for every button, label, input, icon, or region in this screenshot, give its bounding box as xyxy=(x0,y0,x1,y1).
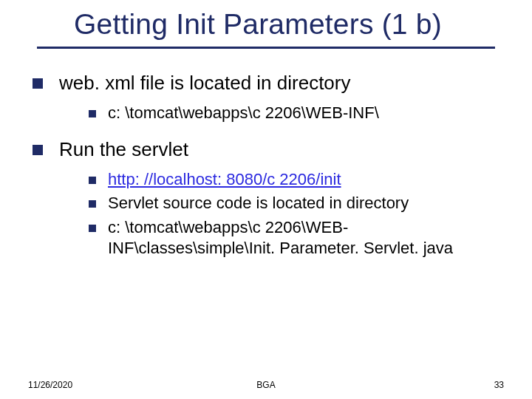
bullet-run-servlet-text: Run the servlet xyxy=(59,138,188,160)
content-block-2: Run the servlet http: //localhost: 8080/… xyxy=(33,137,507,266)
sub-servlet-url: http: //localhost: 8080/c 2206/init xyxy=(89,169,507,190)
footer-page-number: 33 xyxy=(494,380,504,390)
content-block-1: web. xml file is located in directory c:… xyxy=(33,71,507,131)
sub-webinf-path: c: \tomcat\webapps\c 2206\WEB-INF\ xyxy=(89,103,507,123)
sub-source-located: Servlet source code is located in direct… xyxy=(89,193,507,214)
sub-source-path: c: \tomcat\webapps\c 2206\WEB-INF\classe… xyxy=(89,217,507,259)
slide: Getting Init Parameters (1 b) web. xml f… xyxy=(0,0,532,399)
sub-webinf-path-text: c: \tomcat\webapps\c 2206\WEB-INF\ xyxy=(108,103,379,122)
bullet-webxml: web. xml file is located in directory c:… xyxy=(33,71,507,123)
title-underline xyxy=(37,47,495,49)
servlet-url-link[interactable]: http: //localhost: 8080/c 2206/init xyxy=(108,170,341,188)
title-block: Getting Init Parameters (1 b) xyxy=(0,9,532,49)
bullet-webxml-text: web. xml file is located in directory xyxy=(59,72,350,94)
sub-source-path-text: c: \tomcat\webapps\c 2206\WEB-INF\classe… xyxy=(108,218,453,257)
sub-source-located-text: Servlet source code is located in direct… xyxy=(108,194,409,212)
slide-title: Getting Init Parameters (1 b) xyxy=(0,9,532,41)
bullet-run-servlet: Run the servlet http: //localhost: 8080/… xyxy=(33,137,507,259)
footer-center: BGA xyxy=(0,380,532,390)
